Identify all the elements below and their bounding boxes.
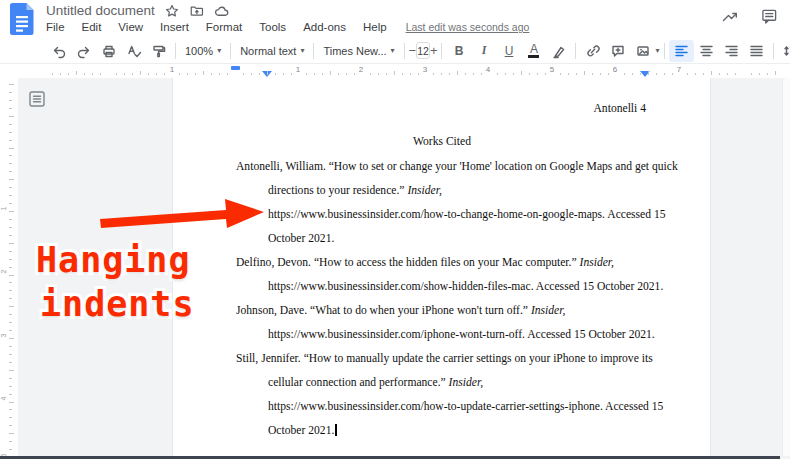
chevron-down-icon: ▾ bbox=[217, 46, 221, 55]
zoom-select[interactable]: 100%▾ bbox=[180, 40, 226, 62]
document-title[interactable]: Untitled document bbox=[46, 3, 155, 18]
ruler-number: 4 bbox=[0, 397, 7, 401]
vertical-scrollbar[interactable] bbox=[782, 78, 790, 459]
citation-line[interactable]: Antonelli, William. “How to set or chang… bbox=[236, 155, 650, 179]
menu-help[interactable]: Help bbox=[363, 21, 387, 33]
insert-link-button[interactable] bbox=[580, 40, 605, 62]
ruler-tick bbox=[211, 73, 212, 75]
decrease-font-size-button[interactable]: − bbox=[409, 43, 417, 58]
ruler-tick bbox=[100, 73, 101, 75]
menu-insert[interactable]: Insert bbox=[160, 21, 189, 33]
styles-select[interactable]: Normal text▾ bbox=[235, 40, 309, 62]
horizontal-ruler[interactable]: 11234567 bbox=[0, 64, 790, 78]
annotation-text-indents: indents bbox=[40, 284, 195, 324]
font-size-input[interactable]: 12 bbox=[416, 42, 430, 59]
citation-line[interactable]: October 2021. bbox=[236, 227, 650, 251]
ruler-tick bbox=[735, 73, 736, 75]
ruler-tick bbox=[116, 73, 117, 75]
line-spacing-button[interactable] bbox=[778, 40, 790, 62]
align-center-button[interactable] bbox=[694, 40, 719, 62]
comment-history-icon[interactable] bbox=[761, 8, 778, 24]
menu-edit[interactable]: Edit bbox=[82, 21, 102, 33]
ruler-tick bbox=[9, 203, 12, 204]
align-justify-button[interactable] bbox=[744, 40, 769, 62]
citation-line[interactable]: cellular connection and performance.” In… bbox=[236, 371, 650, 395]
redo-button[interactable] bbox=[71, 40, 96, 62]
italic-button[interactable]: I bbox=[471, 40, 496, 62]
ruler-tick bbox=[9, 163, 12, 164]
citation-line[interactable]: Still, Jennifer. “How to manually update… bbox=[236, 347, 650, 371]
ruler-tick bbox=[441, 73, 442, 75]
document-outline-icon[interactable] bbox=[28, 90, 46, 112]
align-left-button[interactable] bbox=[669, 40, 694, 62]
vertical-ruler[interactable]: 12345 bbox=[0, 78, 18, 459]
ruler-tick bbox=[9, 386, 12, 387]
font-select[interactable]: Times New...▾ bbox=[318, 40, 399, 62]
ruler-tick bbox=[9, 298, 12, 299]
menu-tools[interactable]: Tools bbox=[259, 21, 286, 33]
undo-button[interactable] bbox=[46, 40, 71, 62]
menu-view[interactable]: View bbox=[118, 21, 143, 33]
highlight-color-button[interactable] bbox=[546, 40, 571, 62]
ruler-tick bbox=[568, 73, 569, 75]
running-head[interactable]: Antonelli 4 bbox=[594, 102, 647, 115]
ruler-number: 4 bbox=[486, 65, 490, 74]
ruler-tick bbox=[9, 314, 12, 315]
ruler-tick bbox=[92, 73, 93, 75]
star-icon[interactable] bbox=[165, 4, 179, 18]
citation-line[interactable]: directions to your residence.” Insider, bbox=[236, 179, 650, 203]
ruler-number: 7 bbox=[677, 65, 681, 74]
increase-font-size-button[interactable]: + bbox=[430, 43, 438, 58]
citation-line[interactable]: Johnson, Dave. “What to do when your iPh… bbox=[236, 299, 650, 323]
citation-line[interactable]: October 2021. bbox=[236, 419, 650, 443]
works-cited-list[interactable]: Antonelli, William. “How to set or chang… bbox=[236, 155, 650, 443]
chevron-down-icon: ▾ bbox=[391, 46, 395, 55]
ruler-tick bbox=[9, 235, 12, 236]
citation-line[interactable]: https://www.businessinsider.com/how-to-c… bbox=[236, 203, 650, 227]
ruler-number: 1 bbox=[296, 65, 300, 74]
cloud-saved-icon[interactable] bbox=[214, 4, 230, 18]
ruler-tick bbox=[9, 124, 12, 125]
ruler-tick bbox=[9, 219, 12, 220]
spellcheck-button[interactable] bbox=[121, 40, 146, 62]
last-edit-link[interactable]: Last edit was seconds ago bbox=[406, 21, 530, 33]
ruler-tick bbox=[465, 73, 466, 75]
menu-add-ons[interactable]: Add-ons bbox=[303, 21, 346, 33]
chevron-down-icon[interactable]: ▾ bbox=[655, 46, 659, 55]
document-page[interactable]: Antonelli 4 Works Cited Antonelli, Willi… bbox=[172, 78, 711, 457]
menu-format[interactable]: Format bbox=[206, 21, 242, 33]
ruler-number: 2 bbox=[0, 270, 7, 274]
citation-line[interactable]: https://www.businessinsider.com/show-hid… bbox=[236, 275, 650, 299]
bold-button[interactable]: B bbox=[446, 40, 471, 62]
first-line-indent-marker[interactable] bbox=[231, 66, 240, 70]
menu-file[interactable]: File bbox=[46, 21, 65, 33]
add-comment-button[interactable] bbox=[605, 40, 630, 62]
ruler-tick bbox=[68, 73, 69, 75]
activity-trend-icon[interactable] bbox=[721, 8, 739, 24]
citation-line[interactable]: https://www.businessinsider.com/iphone-w… bbox=[236, 323, 650, 347]
toolbar: 100%▾ Normal text▾ Times New...▾ − 12 + … bbox=[0, 38, 790, 64]
paint-format-button[interactable] bbox=[146, 40, 171, 62]
ruler-tick bbox=[9, 433, 14, 434]
ruler-tick bbox=[608, 73, 609, 75]
annotation-text-hanging: Hanging bbox=[36, 240, 191, 280]
print-button[interactable] bbox=[96, 40, 121, 62]
ruler-tick bbox=[195, 73, 196, 75]
ruler-tick bbox=[378, 73, 379, 75]
works-cited-heading[interactable]: Works Cited bbox=[236, 135, 648, 148]
ruler-tick bbox=[76, 71, 77, 75]
align-right-button[interactable] bbox=[719, 40, 744, 62]
ruler-tick bbox=[164, 73, 165, 75]
ruler-tick bbox=[179, 73, 180, 75]
ruler-tick bbox=[9, 259, 12, 260]
ruler-tick bbox=[346, 73, 347, 75]
citation-line[interactable]: Delfino, Devon. “How to access the hidde… bbox=[236, 251, 650, 275]
ruler-tick bbox=[9, 378, 12, 379]
text-color-button[interactable]: A bbox=[521, 40, 546, 62]
move-folder-icon[interactable] bbox=[189, 4, 204, 18]
google-docs-icon[interactable] bbox=[10, 3, 34, 35]
underline-button[interactable]: U bbox=[496, 40, 521, 62]
citation-line[interactable]: https://www.businessinsider.com/how-to-u… bbox=[236, 395, 650, 419]
ruler-tick bbox=[52, 73, 53, 75]
insert-image-button[interactable] bbox=[630, 40, 655, 62]
